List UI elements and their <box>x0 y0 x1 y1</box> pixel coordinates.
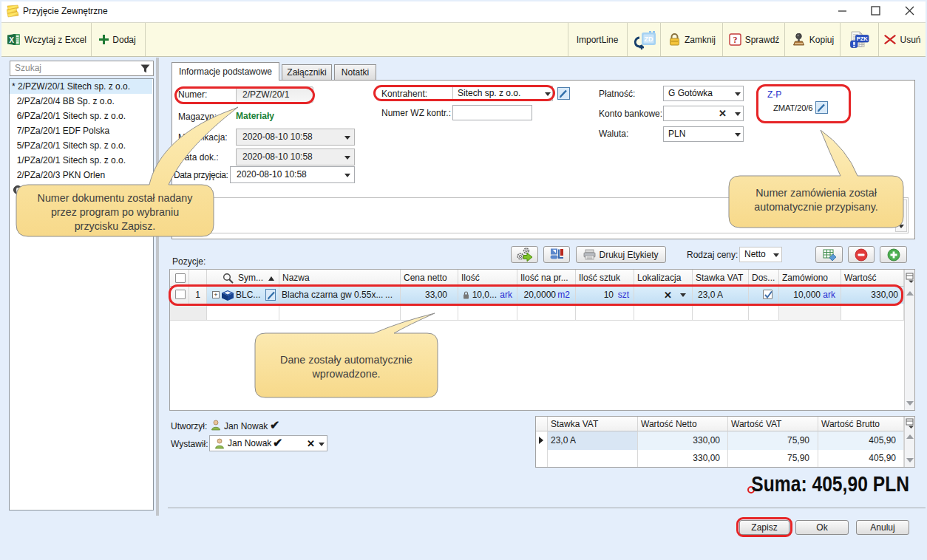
svg-text:?: ? <box>733 35 737 45</box>
svg-text:X: X <box>9 36 14 44</box>
svg-text:PZK: PZK <box>857 35 869 42</box>
svg-text:ZD: ZD <box>645 35 653 43</box>
